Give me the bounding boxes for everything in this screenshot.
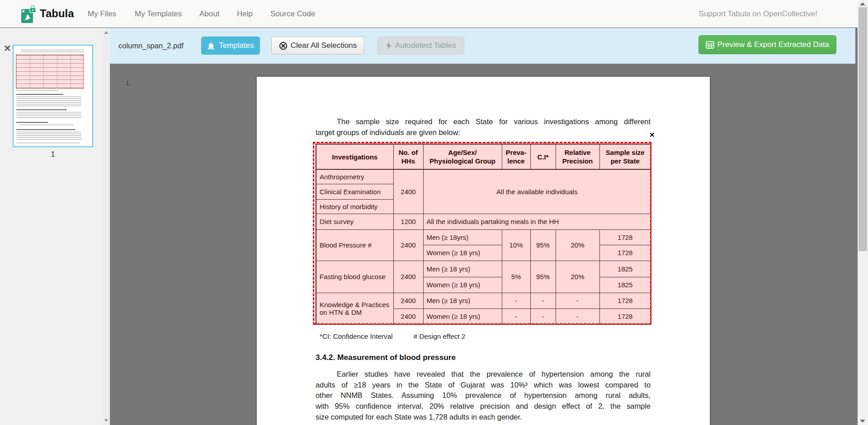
scroll-up-icon[interactable] [104,31,108,34]
templates-button-label: Templates [219,41,254,50]
body-line: size computed for each State was 1,728 a… [316,412,651,423]
mini-heading [16,94,63,95]
body-line: with 95% confidence interval, 20% relati… [316,401,651,412]
nav-help[interactable]: Help [237,9,253,19]
mini-text [21,50,84,52]
mini-text [16,143,80,144]
autodetect-tables-button: Autodetect Tables [377,37,464,55]
body-line: adults of ≥18 years in the State of Guja… [316,380,651,391]
body-line: Earlier studies have revealed that the p… [316,369,651,380]
pdf-page[interactable]: The sample size required for each State … [257,77,710,425]
top-navbar: Tabula My Files My Templates About Help … [0,0,858,28]
clear-all-selections-button[interactable]: Clear All Selections [271,37,364,55]
footnote-ci: *CI: Confidence Interval [320,332,393,340]
nav-my-templates[interactable]: My Templates [135,9,182,19]
scroll-down-icon[interactable] [104,419,108,422]
circle-x-icon [279,42,288,50]
nav-my-files[interactable]: My Files [88,9,116,19]
body-paragraph: Earlier studies have revealed that the p… [316,369,651,423]
templates-icon [207,42,216,50]
nav-source-code[interactable]: Source Code [270,9,315,19]
intro-paragraph: The sample size required for each State … [316,117,651,138]
templates-button[interactable]: Templates [201,37,260,55]
autodetect-tables-label: Autodetect Tables [395,41,456,50]
brand-title[interactable]: Tabula [40,7,74,20]
clear-all-selections-label: Clear All Selections [291,41,357,50]
mini-selection-table [16,55,84,89]
window-scrollbar[interactable] [858,0,868,425]
document-toolbar: column_span_2.pdf Templates Clear All Se… [110,28,855,64]
page-thumbnail-sidebar: ✕ 1 [0,28,110,425]
intro-line: target groups of individuals are given b… [316,127,651,138]
mini-heading [16,129,75,130]
thumbnail-page-number: 1 [13,150,93,159]
mini-text [16,132,81,140]
scroll-up-icon[interactable] [860,2,865,5]
document-filename: column_span_2.pdf [118,42,184,50]
tabula-logo-icon [21,5,36,23]
table-footnotes: *CI: Confidence Interval # Design effect… [320,332,465,341]
pdf-viewer: 1. The sample size required for each Sta… [110,64,858,425]
mini-text [16,90,58,91]
footnote-design-effect: # Design effect 2 [414,332,466,340]
remove-page-icon[interactable]: ✕ [4,43,11,54]
table-selection-overlay[interactable] [313,142,651,325]
support-link[interactable]: Support Tabula on OpenCollective! [699,9,817,19]
sidebar-scrollbar[interactable] [103,28,110,425]
lightning-icon [386,42,392,50]
intro-line: The sample size required for each State … [316,117,651,127]
preview-export-button[interactable]: Preview & Export Extracted Data [698,35,836,54]
scrollbar-thumb[interactable] [859,7,867,251]
page-thumbnail[interactable] [13,45,93,147]
selection-close-icon[interactable]: ✕ [649,131,655,139]
mini-text [19,125,74,126]
body-line: other NNMB States. Assuming 10% prevalen… [316,390,651,401]
nav-about[interactable]: About [199,9,219,19]
spreadsheet-icon [706,41,714,49]
content-area: column_span_2.pdf Templates Clear All Se… [110,28,858,425]
mini-text [16,97,81,107]
mini-text [16,112,81,119]
preview-export-label: Preview & Export Extracted Data [717,40,830,49]
mini-heading [16,122,48,123]
mini-heading [16,109,67,110]
page-number-marker: 1. [126,79,132,87]
section-heading: 3.4.2. Measurement of blood pressure [316,353,456,362]
scroll-down-icon[interactable] [860,420,865,423]
